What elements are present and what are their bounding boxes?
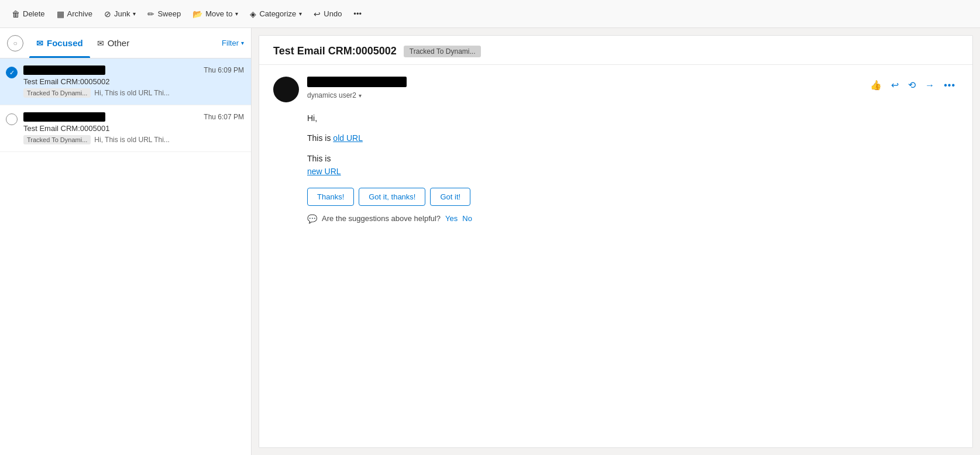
list-item[interactable]: Thu 6:09 PM Test Email CRM:0005002 Track… (0, 58, 251, 105)
email-subject: Test Email CRM:0005002 (23, 77, 244, 86)
delete-icon: 🗑 (12, 9, 20, 19)
status-badge: Tracked To Dynami... (404, 46, 482, 57)
undo-icon: ↩ (314, 9, 321, 19)
email-list: Thu 6:09 PM Test Email CRM:0005002 Track… (0, 58, 251, 455)
sweep-icon: ✏ (147, 9, 154, 19)
sender-name-redacted (23, 112, 105, 122)
inbox-circle-button[interactable]: ○ (7, 35, 23, 51)
delete-button[interactable]: 🗑 Delete (7, 6, 50, 22)
email-card: Test Email CRM:0005002 Tracked To Dynami… (259, 35, 973, 448)
helpful-yes-link[interactable]: Yes (445, 214, 458, 223)
sender-chevron-icon: ▾ (359, 92, 362, 99)
email-time: Thu 6:07 PM (204, 113, 244, 121)
email-more-button[interactable]: ••• (941, 77, 958, 94)
email-select-radio[interactable] (6, 67, 18, 78)
junk-dropdown-icon: ▾ (133, 11, 136, 17)
tabs-bar: ○ ✉ Focused ✉ Other Filter ▾ (0, 28, 251, 58)
undo-button[interactable]: ↩ Undo (309, 6, 346, 22)
thanks-button[interactable]: Thanks! (307, 188, 354, 206)
sweep-button[interactable]: ✏ Sweep (143, 6, 185, 22)
right-panel: Test Email CRM:0005002 Tracked To Dynami… (252, 28, 980, 455)
moveto-button[interactable]: 📂 Move to ▾ (188, 6, 243, 22)
junk-icon: ⊘ (104, 9, 111, 19)
new-url-link[interactable]: new URL (307, 167, 341, 176)
helpful-row: 💬 Are the suggestions above helpful? Yes… (307, 214, 958, 223)
categorize-button[interactable]: ◈ Categorize ▾ (245, 6, 307, 22)
main-layout: ○ ✉ Focused ✉ Other Filter ▾ (0, 28, 980, 455)
email-item-content: Thu 6:09 PM Test Email CRM:0005002 Track… (23, 66, 244, 98)
like-button[interactable]: 👍 (867, 77, 885, 94)
got-it-button[interactable]: Got it! (430, 188, 470, 206)
tab-focused[interactable]: ✉ Focused (29, 28, 90, 58)
filter-button[interactable]: Filter ▾ (222, 39, 244, 47)
sender-subtitle: dynamics user2 ▾ (307, 91, 859, 99)
email-select-radio[interactable] (6, 113, 18, 125)
tracked-badge: Tracked To Dynami... (23, 135, 91, 144)
helpful-text: Are the suggestions above helpful? (322, 214, 441, 223)
helpful-no-link[interactable]: No (462, 214, 472, 223)
email-view-header: Test Email CRM:0005002 Tracked To Dynami… (259, 36, 972, 65)
filter-chevron-icon: ▾ (241, 40, 244, 46)
moveto-dropdown-icon: ▾ (235, 11, 238, 17)
archive-button[interactable]: ▦ Archive (52, 6, 97, 22)
email-meta: dynamics user2 ▾ (307, 77, 859, 99)
forward-button[interactable]: → (922, 77, 937, 94)
categorize-icon: ◈ (250, 9, 256, 19)
email-preview: Hi, This is old URL Thi... (94, 89, 169, 97)
suggestion-buttons: Thanks! Got it, thanks! Got it! (307, 188, 958, 206)
old-url-link[interactable]: old URL (333, 133, 363, 143)
categorize-dropdown-icon: ▾ (299, 11, 302, 17)
email-sender-row: Thu 6:09 PM (23, 66, 244, 75)
helpful-icon: 💬 (307, 214, 317, 223)
body-line2: This is new URL (307, 152, 958, 178)
email-preview-row: Tracked To Dynami... Hi, This is old URL… (23, 88, 244, 98)
email-body-top: dynamics user2 ▾ 👍 ↩ ⟲ (273, 77, 958, 102)
avatar (273, 77, 299, 102)
circle-check-icon: ○ (13, 39, 17, 47)
tab-other[interactable]: ✉ Other (90, 28, 137, 58)
email-sender-row: Thu 6:07 PM (23, 112, 244, 122)
reply-all-button[interactable]: ⟲ (905, 77, 919, 94)
email-preview-row: Tracked To Dynami... Hi, This is old URL… (23, 135, 244, 144)
body-line1: This is old URL (307, 132, 958, 144)
junk-button[interactable]: ⊘ Junk ▾ (99, 6, 140, 22)
list-item[interactable]: Thu 6:07 PM Test Email CRM:0005001 Track… (0, 105, 251, 152)
left-panel: ○ ✉ Focused ✉ Other Filter ▾ (0, 28, 252, 455)
moveto-icon: 📂 (192, 9, 202, 19)
email-action-icons: 👍 ↩ ⟲ → ••• (867, 77, 958, 94)
sender-name-redacted (307, 77, 407, 87)
archive-icon: ▦ (57, 9, 64, 19)
email-body-area: dynamics user2 ▾ 👍 ↩ ⟲ (259, 65, 972, 447)
page-title: Test Email CRM:0005002 (273, 45, 397, 57)
email-time: Thu 6:09 PM (204, 66, 244, 74)
greeting-text: Hi, (307, 112, 958, 125)
more-button[interactable]: ••• (349, 6, 366, 21)
reply-icon: ↩ (891, 80, 899, 90)
reply-button[interactable]: ↩ (888, 77, 902, 94)
email-body-text: Hi, This is old URL This is new URL (273, 112, 958, 178)
like-icon: 👍 (870, 80, 882, 90)
reply-all-icon: ⟲ (908, 80, 916, 90)
tracked-badge: Tracked To Dynami... (23, 88, 91, 98)
other-inbox-icon: ✉ (97, 39, 104, 48)
toolbar: 🗑 Delete ▦ Archive ⊘ Junk ▾ ✏ Sweep 📂 Mo… (0, 0, 980, 28)
email-more-icon: ••• (944, 80, 955, 90)
more-icon: ••• (353, 9, 362, 18)
got-it-thanks-button[interactable]: Got it, thanks! (359, 188, 425, 206)
forward-icon: → (925, 80, 934, 90)
email-subject: Test Email CRM:0005001 (23, 124, 244, 133)
email-preview: Hi, This is old URL Thi... (94, 136, 169, 144)
email-item-content: Thu 6:07 PM Test Email CRM:0005001 Track… (23, 112, 244, 144)
focused-inbox-icon: ✉ (36, 39, 43, 48)
sender-name-redacted (23, 66, 105, 75)
